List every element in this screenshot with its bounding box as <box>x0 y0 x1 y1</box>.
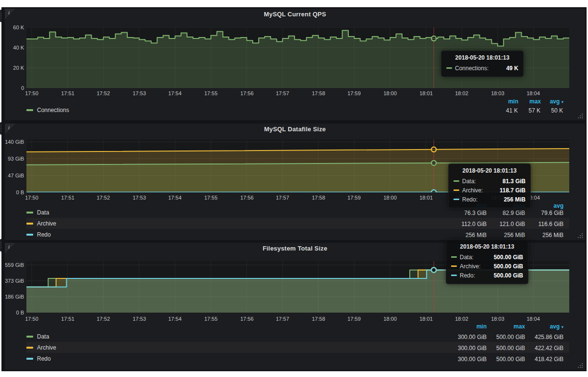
legend-row-redo[interactable]: Redo300.00 GiB500.00 GiB418.42 GiB <box>26 353 569 364</box>
stat-avg: 425.86 GiB <box>525 334 564 340</box>
x-axis-label: 17:55 <box>200 194 221 201</box>
series-color-dash <box>451 265 457 267</box>
tooltip-timestamp: 2018-05-20 18:01:13 <box>453 167 526 174</box>
tooltip-timestamp: 2018-05-20 18:01:13 <box>451 243 523 250</box>
graph-tooltip: 2018-05-20 18:01:13Connections:49 K <box>441 50 524 77</box>
x-axis-label: 17:53 <box>129 194 150 201</box>
x-axis-label: 17:58 <box>308 194 329 201</box>
resize-grip-icon[interactable] <box>577 113 583 119</box>
stat-min: 112.0 GiB <box>448 221 487 227</box>
y-axis-label: 373 GiB <box>5 277 24 284</box>
series-label: Redo <box>37 231 51 238</box>
series-label: Archive <box>37 344 56 351</box>
x-axis-label: 17:52 <box>93 90 114 97</box>
stat-max: 256 MiB <box>487 232 525 239</box>
series-color-dash <box>26 347 33 349</box>
x-axis-label: 18:00 <box>380 90 401 97</box>
stat-min: 300.00 GiB <box>448 345 487 352</box>
x-axis-label: 17:56 <box>236 194 257 201</box>
stat-max: 82.9 GiB <box>487 210 525 216</box>
hover-point-redo <box>431 190 436 192</box>
legend-row-archive[interactable]: Archive300.00 GiB500.00 GiB422.42 GiB <box>26 342 569 353</box>
x-axis-label: 17:51 <box>57 315 78 322</box>
tooltip-row: Connections:49 K <box>446 63 518 73</box>
grafana-dashboard: i MySQL Current QPS 60 K40 K20 K017:5017… <box>1 7 587 371</box>
series-color-dash <box>26 234 33 236</box>
legend-row-redo[interactable]: Redo256 MiB256 MiB256 MiB <box>26 229 569 240</box>
tooltip-series-label: Redo: <box>460 272 475 279</box>
legend-stats: 300.00 GiB500.00 GiB425.86 GiB <box>448 332 564 341</box>
x-axis-label: 17:52 <box>93 315 114 322</box>
tooltip-series-label: Archive: <box>462 187 483 194</box>
x-axis-label: 18:04 <box>523 90 544 97</box>
series-label: Connections <box>37 107 69 113</box>
stat-avg: 256 MiB <box>525 232 564 239</box>
stat-avg: 418.42 GiB <box>525 356 564 363</box>
x-axis-label: 18:02 <box>451 90 472 97</box>
stat-min: 41 K <box>495 107 518 114</box>
y-axis-label: 93 GiB <box>5 155 24 162</box>
tooltip-row: Data:81.3 GiB <box>453 176 526 186</box>
legend-row-archive[interactable]: Archive112.0 GiB121.0 GiB116.6 GiB <box>26 218 569 229</box>
x-axis-label: 18:03 <box>487 90 508 97</box>
stat-max: 500.00 GiB <box>487 334 525 340</box>
x-axis-label: 17:57 <box>272 194 293 201</box>
series-color-dash <box>26 223 33 225</box>
series-color-dash <box>451 256 457 258</box>
x-axis-label: 17:54 <box>164 315 185 322</box>
legend-header-max[interactable]: max <box>487 323 525 330</box>
x-axis-label: 17:56 <box>236 315 257 322</box>
legend-header: minmaxavg ▾ <box>448 322 564 329</box>
sort-caret-icon: ▾ <box>561 100 564 104</box>
legend-header-max[interactable]: max <box>518 98 541 105</box>
series-color-dash <box>26 336 33 338</box>
legend-row-data[interactable]: Data76.3 GiB82.9 GiB79.6 GiB <box>26 207 569 218</box>
x-axis-label: 17:54 <box>164 194 185 201</box>
series-color-dash <box>451 275 457 276</box>
resize-grip-icon[interactable] <box>577 363 583 368</box>
panel-title[interactable]: MySQL Current QPS <box>5 11 585 18</box>
y-axis-label: 0 B <box>5 309 24 316</box>
legend-row-data[interactable]: Data300.00 GiB500.00 GiB425.86 GiB <box>26 331 569 342</box>
panel-title[interactable]: MySQL Datafile Size <box>5 126 585 133</box>
legend-row-connections[interactable]: Connections41 K57 K50 K <box>26 105 569 115</box>
series-color-dash <box>453 189 459 191</box>
tooltip-value: 118.7 GiB <box>500 187 526 194</box>
x-axis-label: 18:01 <box>416 90 437 97</box>
stat-min: 76.3 GiB <box>448 210 487 216</box>
tooltip-row: Archive:118.7 GiB <box>453 186 526 195</box>
legend-stats: 112.0 GiB121.0 GiB116.6 GiB <box>448 219 564 228</box>
series-color-dash <box>453 180 459 182</box>
x-axis-label: 18:03 <box>487 315 508 322</box>
x-axis-label: 18:01 <box>416 315 437 322</box>
x-axis-label: 18:00 <box>380 315 401 322</box>
tooltip-value: 500.00 GiB <box>494 254 523 261</box>
x-axis-label: 18:01 <box>416 194 437 201</box>
y-axis-label: 47 GiB <box>5 172 24 179</box>
tooltip-value: 500.00 GiB <box>494 263 523 270</box>
tooltip-value: 256 MiB <box>504 196 526 203</box>
stat-max: 57 K <box>518 107 540 114</box>
y-axis-label: 186 GiB <box>5 293 24 300</box>
x-axis-label: 18:04 <box>523 315 544 322</box>
tooltip-value: 49 K <box>506 65 518 72</box>
hover-point-connections <box>431 36 436 41</box>
legend-header-min[interactable]: min <box>448 323 487 330</box>
legend-stats: 76.3 GiB82.9 GiB79.6 GiB <box>448 208 564 217</box>
legend-header-avg[interactable]: avg ▾ <box>525 323 564 331</box>
series-label: Data <box>37 333 49 340</box>
series-label: Redo <box>37 355 51 362</box>
stat-min: 300.00 GiB <box>448 356 487 363</box>
tooltip-series-label: Data: <box>462 178 476 185</box>
stat-avg: 50 K <box>540 107 563 114</box>
x-axis-label: 17:58 <box>308 90 329 97</box>
x-axis-label: 18:00 <box>380 194 401 201</box>
legend-stats: 41 K57 K50 K <box>495 106 563 114</box>
legend-stats: 300.00 GiB500.00 GiB422.42 GiB <box>448 343 564 352</box>
hover-point-data <box>431 161 436 165</box>
graph-tooltip: 2018-05-20 18:01:13Data:81.3 GiBArchive:… <box>448 163 531 208</box>
x-axis-label: 17:53 <box>129 90 150 97</box>
legend-header-min[interactable]: min <box>496 98 518 105</box>
x-axis-label: 17:51 <box>57 90 78 97</box>
resize-grip-icon[interactable] <box>577 233 583 239</box>
